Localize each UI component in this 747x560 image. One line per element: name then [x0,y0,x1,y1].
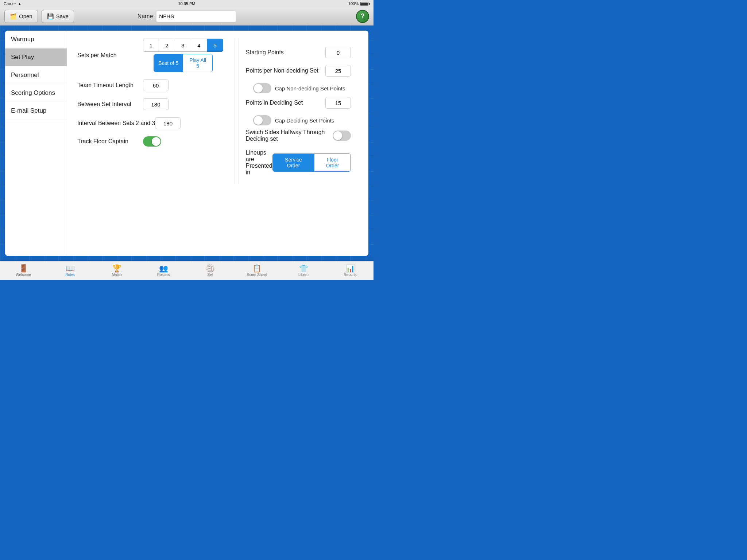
track-floor-row: Track Floor Captain [77,136,223,147]
tab-welcome[interactable]: 🚪 Welcome [0,261,47,280]
cap-deciding-row: Cap Deciding Set Points [246,115,351,125]
starting-points-row: Starting Points [246,47,351,58]
set-btn-2[interactable]: 2 [159,39,175,52]
sidebar-item-warmup[interactable]: Warmup [5,31,67,48]
help-icon: ? [361,12,365,20]
tab-set-label: Set [207,273,213,277]
carrier-label: Carrier [4,1,16,6]
non-deciding-input[interactable] [325,65,351,77]
set-btn-1[interactable]: 1 [143,39,159,52]
help-button[interactable]: ? [356,10,369,23]
between-set-label: Between Set Interval [77,101,143,108]
content-panel: Warmup Set Play Personnel Scoring Option… [5,31,368,256]
interval-23-label: Interval Between Sets 2 and 3 [77,120,155,127]
team-timeout-label: Team Timeout Length [77,82,143,89]
starting-points-input[interactable] [325,47,351,58]
switch-sides-toggle[interactable] [333,131,351,141]
switch-sides-row: Switch Sides Halfway Through Deciding se… [246,129,351,142]
team-timeout-row: Team Timeout Length [77,79,223,91]
save-button[interactable]: 💾 Save [42,10,74,23]
lineups-row: Lineups are Presented in Service Order F… [246,149,351,176]
non-deciding-row: Points per Non-deciding Set [246,65,351,77]
switch-sides-label: Switch Sides Halfway Through Deciding se… [246,129,333,142]
deciding-row: Points in Deciding Set [246,97,351,109]
settings-area: Sets per Match 1 2 3 4 5 Be [67,31,368,256]
sets-buttons-group: 1 2 3 4 5 Best of 5 [143,39,223,72]
status-right: 100% [348,1,370,6]
status-bar: Carrier ▲ 10:35 PM 100% [0,0,374,7]
set-btn-3[interactable]: 3 [175,39,191,52]
service-order-button[interactable]: Service Order [273,154,314,171]
rosters-icon: 👥 [159,265,168,272]
switch-sides-thumb [333,131,342,140]
tab-libero-label: Libero [298,273,309,277]
floor-order-button[interactable]: Floor Order [314,154,351,171]
name-area: Name [138,11,236,22]
tab-reports-label: Reports [344,273,356,277]
match-icon: 🏆 [112,265,121,272]
vertical-divider [234,39,235,184]
right-col: Starting Points Points per Non-deciding … [238,39,358,184]
score-sheet-icon: 📋 [252,265,262,272]
battery-icon [360,2,370,6]
best-of-button[interactable]: Best of 5 [154,54,183,72]
toggle-thumb [152,137,160,146]
lineups-label: Lineups are Presented in [246,149,272,176]
open-button[interactable]: 🗂️ Open [4,10,38,23]
tab-rules-label: Rules [65,273,75,277]
team-timeout-input[interactable] [143,79,169,91]
status-time: 10:35 PM [178,1,195,6]
toolbar: 🗂️ Open 💾 Save Name ? [0,7,374,26]
interval-23-row: Interval Between Sets 2 and 3 [77,117,223,129]
two-col-layout: Sets per Match 1 2 3 4 5 Be [77,39,358,184]
open-label: Open [19,13,32,19]
track-floor-toggle[interactable] [143,136,161,147]
deciding-input[interactable] [325,97,351,109]
sidebar-item-scoring-options[interactable]: Scoring Options [5,84,67,102]
deciding-label: Points in Deciding Set [246,100,325,106]
set-btn-5[interactable]: 5 [207,39,223,52]
libero-icon: 👕 [299,265,308,272]
starting-points-label: Starting Points [246,49,325,56]
tab-match-label: Match [112,273,121,277]
save-icon: 💾 [47,13,54,20]
name-field-label: Name [138,13,153,20]
left-settings: Sets per Match 1 2 3 4 5 Be [77,39,231,184]
tab-match[interactable]: 🏆 Match [93,261,140,280]
tab-libero[interactable]: 👕 Libero [280,261,327,280]
sets-per-match-row: Sets per Match 1 2 3 4 5 Be [77,39,223,72]
tab-rosters[interactable]: 👥 Rosters [140,261,187,280]
tab-reports[interactable]: 📊 Reports [327,261,374,280]
sidebar-item-email-setup[interactable]: E-mail Setup [5,102,67,120]
sidebar: Warmup Set Play Personnel Scoring Option… [5,31,67,256]
interval-23-input[interactable] [155,117,181,129]
track-floor-label: Track Floor Captain [77,138,143,145]
tab-score-sheet[interactable]: 📋 Score Sheet [233,261,280,280]
set-btn-4[interactable]: 4 [191,39,207,52]
tab-rules[interactable]: 📖 Rules [47,261,93,280]
battery-percent: 100% [348,1,359,6]
name-input[interactable] [156,11,236,22]
set-number-row: 1 2 3 4 5 [143,39,223,52]
between-set-input[interactable] [143,98,169,110]
cap-deciding-label: Cap Deciding Set Points [275,117,351,124]
cap-non-deciding-toggle[interactable] [253,83,271,93]
tab-welcome-label: Welcome [16,273,31,277]
non-deciding-label: Points per Non-deciding Set [246,67,325,74]
lineups-buttons: Service Order Floor Order [272,153,351,172]
rules-icon: 📖 [66,265,75,272]
sidebar-item-personnel[interactable]: Personnel [5,66,67,84]
cap-non-deciding-label: Cap Non-deciding Set Points [275,85,351,92]
status-left: Carrier ▲ [4,1,22,6]
sets-per-match-label: Sets per Match [77,52,143,59]
sidebar-item-set-play[interactable]: Set Play [5,48,67,66]
tab-set[interactable]: 🏐 Set [187,261,233,280]
set-icon: 🏐 [206,265,215,272]
between-set-row: Between Set Interval [77,98,223,110]
play-mode-row: Best of 5 Play All 5 [154,54,213,72]
play-all-button[interactable]: Play All 5 [183,54,212,72]
save-label: Save [56,13,69,19]
reports-icon: 📊 [346,265,355,272]
cap-deciding-toggle[interactable] [253,115,271,125]
tab-bar: 🚪 Welcome 📖 Rules 🏆 Match 👥 Rosters 🏐 Se… [0,261,374,280]
